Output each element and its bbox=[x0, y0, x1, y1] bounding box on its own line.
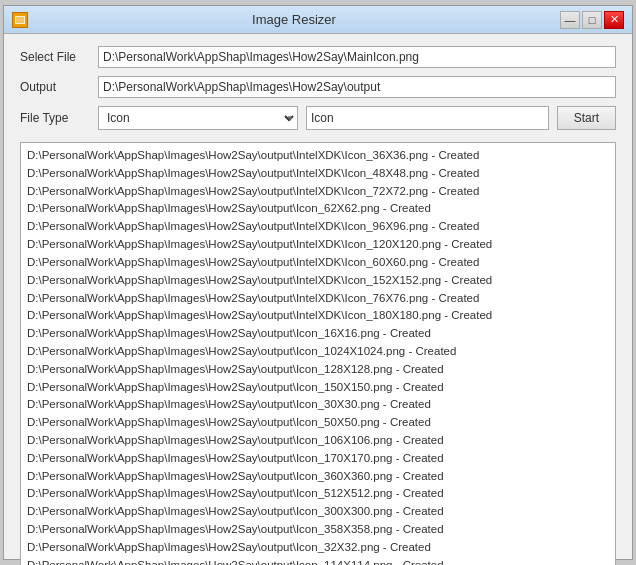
main-window: Image Resizer — □ ✕ Select File Output F… bbox=[3, 5, 633, 560]
maximize-button[interactable]: □ bbox=[582, 11, 602, 29]
output-label: Output bbox=[20, 80, 90, 94]
output-line: D:\PersonalWork\AppShap\Images\How2Say\o… bbox=[27, 290, 609, 308]
output-line: D:\PersonalWork\AppShap\Images\How2Say\o… bbox=[27, 450, 609, 468]
output-line: D:\PersonalWork\AppShap\Images\How2Say\o… bbox=[27, 272, 609, 290]
output-line: D:\PersonalWork\AppShap\Images\How2Say\o… bbox=[27, 414, 609, 432]
start-button[interactable]: Start bbox=[557, 106, 616, 130]
close-button[interactable]: ✕ bbox=[604, 11, 624, 29]
file-type-label: File Type bbox=[20, 111, 90, 125]
output-line: D:\PersonalWork\AppShap\Images\How2Say\o… bbox=[27, 325, 609, 343]
output-input[interactable] bbox=[98, 76, 616, 98]
file-type-text-input[interactable] bbox=[306, 106, 549, 130]
output-line: D:\PersonalWork\AppShap\Images\How2Say\o… bbox=[27, 468, 609, 486]
select-file-label: Select File bbox=[20, 50, 90, 64]
title-bar: Image Resizer — □ ✕ bbox=[4, 6, 632, 34]
output-line: D:\PersonalWork\AppShap\Images\How2Say\o… bbox=[27, 361, 609, 379]
output-line: D:\PersonalWork\AppShap\Images\How2Say\o… bbox=[27, 165, 609, 183]
output-line: D:\PersonalWork\AppShap\Images\How2Say\o… bbox=[27, 343, 609, 361]
file-type-select-wrapper: Icon JPEG PNG bbox=[98, 106, 298, 130]
window-content: Select File Output File Type Icon JPEG P… bbox=[4, 34, 632, 565]
output-line: D:\PersonalWork\AppShap\Images\How2Say\o… bbox=[27, 521, 609, 539]
window-controls: — □ ✕ bbox=[560, 11, 624, 29]
window-title: Image Resizer bbox=[28, 12, 560, 27]
svg-rect-2 bbox=[16, 17, 24, 23]
select-file-row: Select File bbox=[20, 46, 616, 68]
file-type-row: File Type Icon JPEG PNG Start bbox=[20, 106, 616, 130]
output-row: Output bbox=[20, 76, 616, 98]
output-line: D:\PersonalWork\AppShap\Images\How2Say\o… bbox=[27, 147, 609, 165]
output-line: D:\PersonalWork\AppShap\Images\How2Say\o… bbox=[27, 218, 609, 236]
file-type-select[interactable]: Icon JPEG PNG bbox=[98, 106, 298, 130]
output-line: D:\PersonalWork\AppShap\Images\How2Say\o… bbox=[27, 396, 609, 414]
minimize-button[interactable]: — bbox=[560, 11, 580, 29]
output-line: D:\PersonalWork\AppShap\Images\How2Say\o… bbox=[27, 183, 609, 201]
output-line: D:\PersonalWork\AppShap\Images\How2Say\o… bbox=[27, 236, 609, 254]
output-line: D:\PersonalWork\AppShap\Images\How2Say\o… bbox=[27, 254, 609, 272]
select-file-input[interactable] bbox=[98, 46, 616, 68]
output-line: D:\PersonalWork\AppShap\Images\How2Say\o… bbox=[27, 557, 609, 565]
output-line: D:\PersonalWork\AppShap\Images\How2Say\o… bbox=[27, 379, 609, 397]
output-line: D:\PersonalWork\AppShap\Images\How2Say\o… bbox=[27, 200, 609, 218]
output-area[interactable]: D:\PersonalWork\AppShap\Images\How2Say\o… bbox=[20, 142, 616, 565]
output-line: D:\PersonalWork\AppShap\Images\How2Say\o… bbox=[27, 432, 609, 450]
output-line: D:\PersonalWork\AppShap\Images\How2Say\o… bbox=[27, 307, 609, 325]
output-line: D:\PersonalWork\AppShap\Images\How2Say\o… bbox=[27, 503, 609, 521]
output-line: D:\PersonalWork\AppShap\Images\How2Say\o… bbox=[27, 485, 609, 503]
app-icon bbox=[12, 12, 28, 28]
output-line: D:\PersonalWork\AppShap\Images\How2Say\o… bbox=[27, 539, 609, 557]
